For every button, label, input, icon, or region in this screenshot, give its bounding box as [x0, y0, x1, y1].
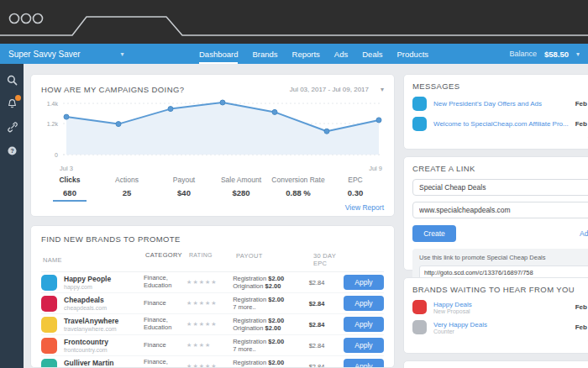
- chevron-down-icon: ▾: [576, 50, 580, 58]
- message-item: New President's Day Offers and Ads Feb 9…: [412, 97, 588, 111]
- message-date: Feb 1, 2018: [575, 120, 588, 128]
- account-name: Super Savvy Saver: [8, 50, 81, 59]
- apply-button[interactable]: Apply: [344, 359, 384, 368]
- browser-tab-outline: [0, 17, 588, 35]
- date-range-value: Jul 03, 2017 - Jul 09, 2017: [290, 86, 369, 93]
- nav-tab[interactable]: Deals: [362, 44, 382, 64]
- create-link-title: CREATE A LINK: [412, 164, 588, 173]
- nav-tab[interactable]: Reports: [292, 44, 320, 64]
- notification-badge: [15, 95, 21, 101]
- nav-tab[interactable]: Dashboard: [199, 44, 238, 64]
- svg-text:?: ?: [10, 147, 13, 153]
- col-epc: 30 DAY EPC: [313, 252, 349, 267]
- stat-value: 0.88 %: [276, 188, 321, 202]
- brands-waiting-card: BRANDS WAITING TO HEAR FROM YOU Happy De…: [403, 277, 588, 354]
- brand-logo: [41, 275, 57, 291]
- brand-epc: $2.84: [309, 363, 344, 368]
- date-range-selector[interactable]: Jul 03, 2017 - Jul 09, 2017 ▾: [290, 86, 384, 93]
- brand-logo: [41, 359, 57, 368]
- brand-domain: happy.com: [64, 284, 111, 290]
- window-control-icon[interactable]: [22, 14, 31, 24]
- view-report-link[interactable]: View Report: [41, 203, 384, 212]
- apply-button[interactable]: Apply: [344, 338, 384, 353]
- stat-metric[interactable]: Clicks 680: [41, 176, 98, 202]
- waiting-brand-item: Very Happy Deals Counter Feb 1, 2018: [412, 320, 588, 334]
- clicks-line-chart: 1.4k 1.2k 0: [41, 96, 386, 161]
- main-content: HOW ARE MY CAMPAIGNS DOING? Jul 03, 2017…: [24, 64, 588, 368]
- link-icon[interactable]: [3, 118, 21, 136]
- waiting-brand-status: New Proposal: [433, 308, 569, 314]
- brand-epc: $2.84: [309, 321, 344, 329]
- message-link[interactable]: Welcome to SpecialCheap.com Affiliate Pr…: [433, 120, 569, 128]
- balance-menu[interactable]: Balance $58.50 ▾: [509, 50, 580, 59]
- sidebar: ?: [0, 64, 24, 368]
- brand-payout: Registration $2.00 7 more..: [233, 338, 308, 354]
- top-navbar: Super Savvy Saver ▾ Dashboard Brands Rep…: [0, 44, 588, 64]
- find-brands-title: FIND NEW BRANDS TO PROMOTE: [41, 234, 384, 244]
- apply-button[interactable]: Apply: [344, 296, 384, 311]
- y-axis-tick: 1.4k: [47, 101, 59, 107]
- waiting-brand-item: Happy Deals New Proposal Feb 9, 2018: [412, 300, 588, 314]
- stat-metric[interactable]: Payout $40: [155, 176, 213, 202]
- message-icon: [412, 117, 427, 131]
- brand-select[interactable]: [412, 179, 588, 196]
- window-control-icon[interactable]: [10, 14, 19, 24]
- stat-label: Payout: [155, 176, 213, 184]
- stat-label: Conversion Rate: [270, 176, 327, 184]
- stat-label: Actions: [98, 176, 155, 184]
- apply-button[interactable]: Apply: [344, 317, 384, 332]
- stat-value: 680: [53, 188, 87, 202]
- message-date: Feb 9, 2018: [575, 100, 588, 108]
- campaigns-title: HOW ARE MY CAMPAIGNS DOING?: [41, 85, 184, 94]
- brand-domain: travelanywhere.com: [64, 326, 118, 332]
- nav-tab[interactable]: Ads: [334, 44, 348, 64]
- waiting-brand-link[interactable]: Very Happy Deals: [433, 321, 569, 329]
- stat-metric[interactable]: Sale Amount $280: [213, 176, 270, 202]
- nav-tab-label: Products: [397, 50, 429, 59]
- waiting-view-all-link[interactable]: View All: [412, 339, 588, 346]
- browser-frame-drawing: [0, 0, 588, 44]
- window-control-icon[interactable]: [34, 14, 43, 24]
- nav-tab[interactable]: Brands: [252, 44, 277, 64]
- waiting-brand-date: Feb 9, 2018: [575, 303, 588, 311]
- nav-tab[interactable]: Products: [397, 44, 429, 64]
- waiting-brand-date: Feb 1, 2018: [575, 323, 588, 331]
- balance-value: $58.50: [544, 50, 569, 59]
- stat-metric[interactable]: EPC 0.30: [327, 176, 384, 202]
- message-link[interactable]: New President's Day Offers and Ads: [433, 100, 569, 108]
- table-row: TravelAnywhere travelanywhere.com Financ…: [41, 314, 384, 335]
- messages-title: MESSAGES: [412, 81, 588, 91]
- brand-name: Cheapdeals: [64, 296, 107, 304]
- x-axis-tick: Jul 9: [369, 165, 382, 173]
- brand-epc: $2.84: [309, 342, 344, 350]
- chevron-down-icon: ▾: [381, 86, 384, 93]
- help-icon[interactable]: ?: [3, 141, 21, 160]
- nav-tab-label: Ads: [334, 50, 348, 59]
- brand-logo: [41, 296, 57, 312]
- brand-category: Finance, Education: [144, 359, 186, 368]
- brands-waiting-title: BRANDS WAITING TO HEAR FROM YOU: [412, 285, 588, 294]
- brand-logo: [41, 317, 57, 333]
- search-icon[interactable]: [3, 71, 21, 89]
- brand-category: Finance, Education: [144, 275, 186, 289]
- table-body: Happy People happy.com Finance, Educatio…: [41, 272, 384, 368]
- waiting-brand-logo: [412, 300, 427, 314]
- create-link-card: CREATE A LINK ▾ Create Advanced Use this…: [403, 156, 588, 271]
- table-row: Cheapdeals cheapdeals.com Finance ★★★★★ …: [41, 293, 384, 314]
- url-input[interactable]: [412, 202, 588, 218]
- brand-category: Finance, Education: [144, 317, 186, 331]
- waiting-brand-link[interactable]: Happy Deals: [433, 301, 569, 308]
- create-button[interactable]: Create: [412, 225, 456, 242]
- apply-button[interactable]: Apply: [344, 275, 384, 290]
- stat-metric[interactable]: Actions 25: [98, 176, 155, 202]
- brand-name: Gulliver Martin: [64, 359, 114, 367]
- chevron-down-icon: ▾: [121, 50, 124, 58]
- stat-metric[interactable]: Conversion Rate 0.88 %: [270, 176, 327, 202]
- advanced-link[interactable]: Advanced: [580, 229, 588, 238]
- find-brands-card: FIND NEW BRANDS TO PROMOTE NAME CATEGORY…: [30, 225, 395, 368]
- messages-view-all-link[interactable]: View All: [412, 135, 588, 143]
- notifications-icon[interactable]: [3, 94, 21, 113]
- account-selector[interactable]: Super Savvy Saver ▾: [8, 50, 147, 59]
- brand-domain: cheapdeals.com: [64, 305, 107, 311]
- stat-value: 25: [113, 188, 142, 202]
